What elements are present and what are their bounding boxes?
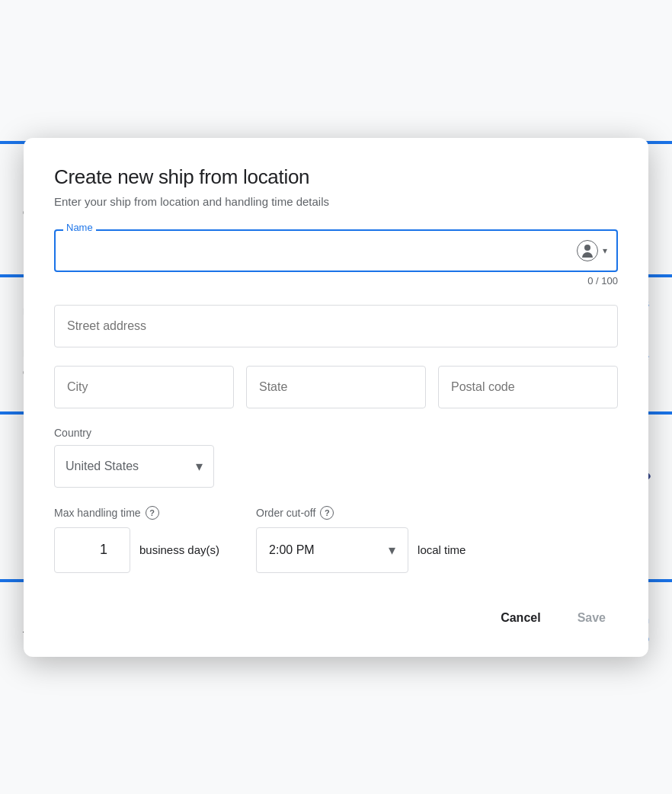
country-select[interactable]: United States ▾ [54, 445, 214, 488]
name-input[interactable] [65, 244, 577, 258]
street-field-group [54, 305, 618, 347]
person-body [582, 252, 593, 258]
handling-days-input[interactable] [54, 527, 130, 573]
cutoff-value: 2:00 PM [269, 543, 315, 557]
max-handling-label-row: Max handling time ? [54, 506, 219, 520]
city-state-postal-row [54, 366, 618, 408]
modal-dialog: Create new ship from location Enter your… [24, 138, 648, 657]
person-head [584, 245, 590, 251]
country-dropdown-icon: ▾ [196, 458, 203, 475]
country-section: Country United States ▾ [54, 427, 618, 488]
order-cutoff-group: Order cut-off ? 2:00 PM ▾ local time [256, 506, 466, 573]
handling-row: Max handling time ? business day(s) Orde… [54, 506, 618, 573]
order-cutoff-label: Order cut-off [256, 507, 315, 519]
country-label: Country [54, 427, 618, 439]
local-time-text: local time [418, 543, 466, 556]
modal-title: Create new ship from location [54, 165, 618, 189]
postal-input[interactable] [438, 366, 618, 408]
modal-overlay: Create new ship from location Enter your… [0, 0, 672, 794]
country-value: United States [66, 459, 139, 473]
cutoff-time-select[interactable]: 2:00 PM ▾ [256, 527, 408, 573]
city-input[interactable] [54, 366, 234, 408]
char-count: 0 / 100 [54, 275, 618, 287]
cutoff-input-row: 2:00 PM ▾ local time [256, 527, 466, 573]
name-chevron-icon: ▾ [603, 245, 607, 256]
name-field-label: Name [63, 222, 96, 233]
order-cutoff-label-row: Order cut-off ? [256, 506, 466, 520]
handling-input-row: business day(s) [54, 527, 219, 573]
business-days-text: business day(s) [139, 543, 219, 556]
cutoff-dropdown-icon: ▾ [389, 542, 395, 559]
modal-subtitle: Enter your ship from location and handli… [54, 195, 618, 208]
modal-footer: Cancel Save [54, 604, 618, 632]
order-cutoff-help-icon[interactable]: ? [320, 506, 334, 520]
name-input-wrapper: ▾ [54, 229, 618, 272]
state-input[interactable] [246, 366, 426, 408]
name-icon-group[interactable]: ▾ [577, 240, 607, 261]
name-field-group: Name ▾ 0 / 100 [54, 229, 618, 287]
save-button[interactable]: Save [565, 604, 618, 632]
max-handling-group: Max handling time ? business day(s) [54, 506, 219, 573]
cancel-button[interactable]: Cancel [488, 604, 552, 632]
max-handling-help-icon[interactable]: ? [146, 506, 159, 520]
person-icon [577, 240, 598, 261]
max-handling-label: Max handling time [54, 507, 141, 519]
street-input[interactable] [54, 305, 618, 347]
